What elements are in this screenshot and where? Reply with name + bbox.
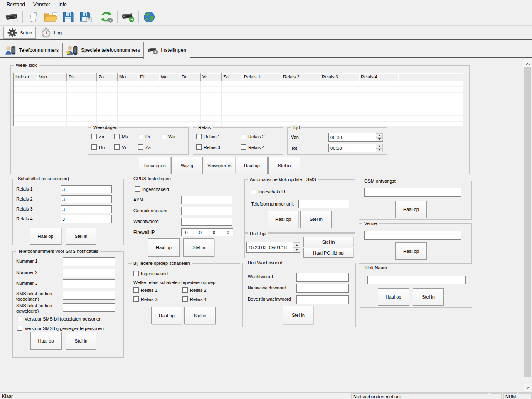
tab-instellingen[interactable]: Instellingen <box>143 42 190 59</box>
gprs-haal-op-button[interactable]: Haal op <box>148 238 180 257</box>
wachtwoord-input[interactable] <box>296 273 349 282</box>
save-button[interactable] <box>59 10 77 24</box>
klok-update-haal-op-button[interactable]: Haal op <box>268 211 298 228</box>
col-header-relais4[interactable]: Relais 4 <box>359 73 398 81</box>
unit-naam-haal-op-button[interactable]: Haal op <box>378 288 409 306</box>
spin-down-button[interactable] <box>376 148 383 152</box>
scroll-down-button[interactable] <box>524 384 531 391</box>
col-header-van[interactable]: Van <box>37 73 67 81</box>
toevoegen-button[interactable]: Toevoegen <box>139 157 170 174</box>
send-to-unit-button[interactable] <box>119 10 137 24</box>
schakeltijd-haal-op-button[interactable]: Haal op <box>30 228 61 245</box>
apn-input[interactable] <box>181 196 232 204</box>
col-header-tot[interactable]: Tot <box>67 73 97 81</box>
oproep-haal-op-button[interactable]: Haal op <box>151 307 182 324</box>
checkbox-ma[interactable] <box>114 134 120 139</box>
scrollbar-thumb[interactable] <box>524 67 531 377</box>
gsm-ontvangst-input[interactable] <box>364 188 461 197</box>
gprs-stel-in-button[interactable]: Stel in <box>183 238 214 257</box>
save-as-button[interactable] <box>77 10 94 24</box>
tab-setup[interactable]: Setup <box>3 27 36 39</box>
spin-up-button[interactable] <box>376 133 383 137</box>
vertical-scrollbar[interactable] <box>524 60 531 391</box>
klok-update-ingeschakeld-checkbox[interactable] <box>251 189 256 194</box>
tab-speciale-telefoonnummers[interactable]: Speciale telefoonnummers <box>62 43 144 57</box>
wijzig-button[interactable]: Wijzig <box>171 157 203 174</box>
tijd-van-spinner[interactable]: 00:00 <box>328 133 383 142</box>
oproep-relais2-checkbox[interactable] <box>182 287 188 293</box>
checkbox-relais3[interactable] <box>196 144 202 150</box>
tab-telefoonnummers[interactable]: Telefoonnummers <box>1 43 62 57</box>
nieuw-wachtwoord-input[interactable] <box>296 284 349 293</box>
telefoonnummer-unit-input[interactable] <box>298 200 349 208</box>
sms-notificaties-stel-in-button[interactable]: Stel in <box>66 332 96 350</box>
menu-venster[interactable]: Venster <box>29 0 54 9</box>
schakeltijd-relais3-input[interactable] <box>61 205 112 213</box>
col-header-za[interactable]: Za <box>222 73 242 81</box>
gprs-ingeschakeld-checkbox[interactable] <box>135 186 140 192</box>
tijd-tot-spinner[interactable]: 00:00 <box>328 144 383 152</box>
haal-pc-tijd-op-button[interactable]: Haal PC tijd op <box>303 248 353 258</box>
checkbox-relais4[interactable] <box>241 144 246 150</box>
checkbox-di[interactable] <box>138 134 143 139</box>
col-header-di[interactable]: Di <box>138 73 159 81</box>
col-header-relais2[interactable]: Relais 2 <box>281 73 320 81</box>
week-klok-table-body[interactable] <box>14 81 463 126</box>
scroll-up-button[interactable] <box>524 60 531 67</box>
gebruikersnaam-input[interactable] <box>181 207 232 215</box>
sms-notificaties-haal-op-button[interactable]: Haal op <box>30 332 62 350</box>
tab-log[interactable]: Log <box>37 27 65 39</box>
schakeltijd-relais1-input[interactable] <box>61 185 112 193</box>
spin-up-button[interactable] <box>376 144 383 148</box>
gsm-ontvangst-haal-op-button[interactable]: Haal op <box>395 201 427 218</box>
checkbox-relais1[interactable] <box>196 134 202 139</box>
checkbox-do[interactable] <box>91 144 97 150</box>
col-header-index[interactable]: Index n... <box>14 73 37 81</box>
nummer2-input[interactable] <box>63 269 115 277</box>
bevestig-wachtwoord-input[interactable] <box>296 295 349 304</box>
col-header-zo[interactable]: Zo <box>97 73 118 81</box>
sms-tekst-toegelaten-input[interactable] <box>63 291 115 300</box>
schakeltijd-stel-in-button[interactable]: Stel in <box>66 228 96 245</box>
spin-down-button[interactable] <box>376 137 383 142</box>
col-header-relais3[interactable]: Relais 3 <box>320 73 359 81</box>
col-header-ma[interactable]: Ma <box>118 73 138 81</box>
col-header-vr[interactable]: Vr <box>201 73 222 81</box>
unit-wachtwoord-stel-in-button[interactable]: Stel in <box>283 306 313 324</box>
oproep-relais3-checkbox[interactable] <box>133 296 139 302</box>
versie-input[interactable] <box>364 231 461 240</box>
col-header-relais1[interactable]: Relais 1 <box>242 73 281 81</box>
col-header-do[interactable]: Do <box>180 73 201 81</box>
firewall-ip-input[interactable]: 0 . 0 . 0 . 0 <box>181 228 233 236</box>
schakeltijd-relais2-input[interactable] <box>61 195 112 203</box>
checkbox-relais2[interactable] <box>241 134 246 139</box>
verstuur-sms-geweigerd-checkbox[interactable] <box>17 326 22 331</box>
menu-bestand[interactable]: Bestand <box>2 0 29 9</box>
unit-tijd-spinner[interactable]: 15:23:03, 09/04/18 <box>246 242 300 253</box>
versie-haal-op-button[interactable]: Haal op <box>395 242 427 260</box>
unit-naam-stel-in-button[interactable]: Stel in <box>413 288 444 306</box>
sync-settings-button[interactable] <box>98 10 116 24</box>
checkbox-wo[interactable] <box>161 134 166 139</box>
haal-op-button[interactable]: Haal op <box>236 157 268 174</box>
week-klok-table[interactable]: Index n... Van Tot Zo Ma Di Wo Do Vr Za … <box>13 73 463 126</box>
klok-update-stel-in-button[interactable]: Stel in <box>300 211 332 228</box>
unit-naam-input[interactable] <box>367 276 466 284</box>
verwijderen-button[interactable]: Verwijderen <box>204 157 235 174</box>
oproep-relais4-checkbox[interactable] <box>182 296 188 302</box>
nummer3-input[interactable] <box>63 279 115 288</box>
new-file-button[interactable] <box>25 10 42 24</box>
oproep-ingeschakeld-checkbox[interactable] <box>133 271 139 276</box>
verstuur-sms-toegelaten-checkbox[interactable] <box>17 316 22 321</box>
open-file-button[interactable] <box>42 10 59 24</box>
sms-tekst-geweigerd-input[interactable] <box>63 303 115 312</box>
checkbox-za[interactable] <box>138 144 143 150</box>
stel-in-button[interactable]: Stel in <box>268 157 300 174</box>
web-button[interactable] <box>140 10 158 24</box>
spin-down-button[interactable] <box>293 247 300 252</box>
checkbox-zo[interactable] <box>91 134 97 139</box>
spin-up-button[interactable] <box>293 242 300 247</box>
connect-unit-button[interactable] <box>3 10 21 24</box>
oproep-relais1-checkbox[interactable] <box>133 287 139 293</box>
unit-tijd-stel-in-button[interactable]: Stel in <box>303 237 353 247</box>
